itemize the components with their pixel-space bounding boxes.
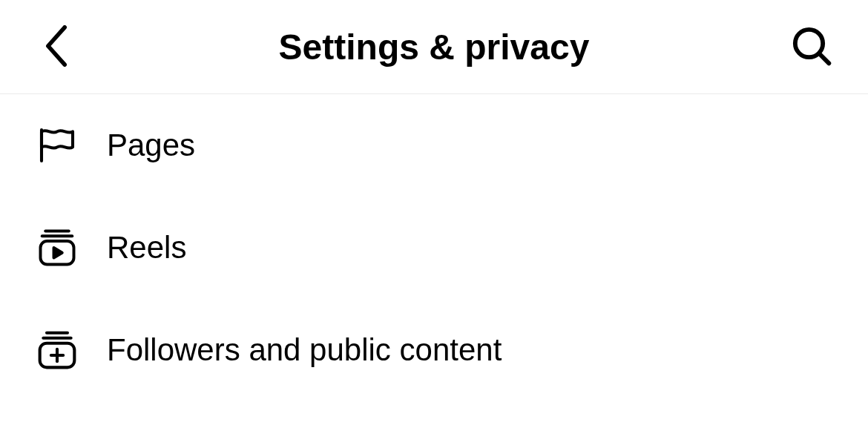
search-icon — [791, 25, 832, 69]
menu-item-followers-public-content[interactable]: Followers and public content — [36, 299, 832, 401]
menu-item-label: Followers and public content — [107, 332, 502, 368]
menu-item-label: Reels — [107, 230, 186, 266]
menu-item-label: Pages — [107, 128, 195, 163]
menu-item-reels[interactable]: Reels — [36, 197, 832, 299]
page-title: Settings & privacy — [77, 27, 791, 67]
header: Settings & privacy — [0, 0, 868, 94]
svg-line-1 — [820, 53, 829, 63]
flag-icon — [36, 124, 79, 167]
back-button[interactable] — [36, 26, 77, 67]
search-button[interactable] — [791, 26, 832, 67]
followers-icon — [36, 329, 79, 372]
settings-menu: Pages Reels Followers and public content — [0, 94, 868, 401]
menu-item-pages[interactable]: Pages — [36, 94, 832, 197]
chevron-left-icon — [44, 25, 69, 69]
reels-icon — [36, 226, 79, 269]
